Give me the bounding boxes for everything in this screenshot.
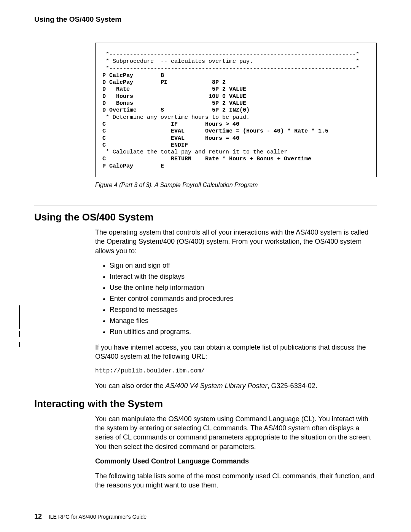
list-item: Sign on and sign off bbox=[110, 262, 377, 270]
list-item: Interact with the displays bbox=[110, 273, 377, 281]
list-item: Respond to messages bbox=[110, 306, 377, 314]
list-item: Use the online help information bbox=[110, 284, 377, 292]
text-run: You can also order the bbox=[95, 382, 165, 390]
code-line: D Rate 5P 2 VALUE bbox=[102, 86, 369, 93]
paragraph: The operating system that controls all o… bbox=[95, 228, 377, 256]
code-line: C ENDIF bbox=[102, 142, 369, 149]
subheading: Commonly Used Control Language Commands bbox=[95, 457, 377, 465]
text-run: , G325-6334-02. bbox=[268, 382, 317, 390]
code-line: D Overtime S 5P 2 INZ(0) bbox=[102, 107, 369, 114]
paragraph: If you have internet access, you can obt… bbox=[95, 343, 377, 361]
code-line: C EVAL Hours = 40 bbox=[102, 135, 369, 142]
code-listing: *---------------------------------------… bbox=[95, 43, 377, 177]
paragraph: You can manipulate the OS/400 system usi… bbox=[95, 414, 377, 451]
book-title: ILE RPG for AS/400 Programmer's Guide bbox=[49, 514, 147, 520]
page-footer: 12 ILE RPG for AS/400 Programmer's Guide bbox=[34, 513, 147, 521]
list-item: Enter control commands and procedures bbox=[110, 295, 377, 303]
code-line: C RETURN Rate * Hours + Bonus + Overtime bbox=[102, 156, 369, 163]
code-line: *---------------------------------------… bbox=[102, 51, 369, 58]
list-item: Run utilities and programs. bbox=[110, 328, 377, 336]
section-heading-interacting: Interacting with the System bbox=[34, 398, 377, 410]
list-item: Manage files bbox=[110, 317, 377, 325]
paragraph: The following table lists some of the mo… bbox=[95, 471, 377, 490]
code-line: D Hours 10U 0 VALUE bbox=[102, 93, 369, 100]
change-bar bbox=[19, 305, 20, 329]
code-line: D CalcPay PI 8P 2 bbox=[102, 79, 369, 86]
code-line: *---------------------------------------… bbox=[102, 66, 369, 72]
code-line: * Calculate the total pay and return it … bbox=[102, 149, 369, 156]
bullet-list: Sign on and sign offInteract with the di… bbox=[103, 262, 377, 336]
code-line: * Determine any overtime hours to be pai… bbox=[102, 114, 369, 121]
paragraph: You can also order the AS/400 V4 System … bbox=[95, 381, 377, 390]
code-line: D Bonus 5P 2 VALUE bbox=[102, 100, 369, 107]
code-line: P CalcPay E bbox=[102, 163, 369, 170]
code-line: * Subprocedure -- calculates overtime pa… bbox=[102, 58, 369, 65]
figure-caption: Figure 4 (Part 3 of 3). A Sample Payroll… bbox=[95, 182, 377, 189]
section-heading-using: Using the OS/400 System bbox=[34, 211, 377, 223]
url-text: http://publib.boulder.ibm.com/ bbox=[95, 367, 377, 374]
code-line: C IF Hours > 40 bbox=[102, 121, 369, 128]
italic-run: AS/400 V4 System Library Poster bbox=[165, 382, 267, 390]
code-line: P CalcPay B bbox=[102, 72, 369, 79]
code-line: C EVAL Overtime = (Hours - 40) * Rate * … bbox=[102, 128, 369, 135]
section-rule bbox=[34, 206, 377, 206]
change-bar bbox=[19, 342, 20, 347]
change-bar bbox=[19, 331, 20, 337]
running-header: Using the OS/400 System bbox=[34, 15, 377, 24]
page-number: 12 bbox=[34, 513, 42, 520]
